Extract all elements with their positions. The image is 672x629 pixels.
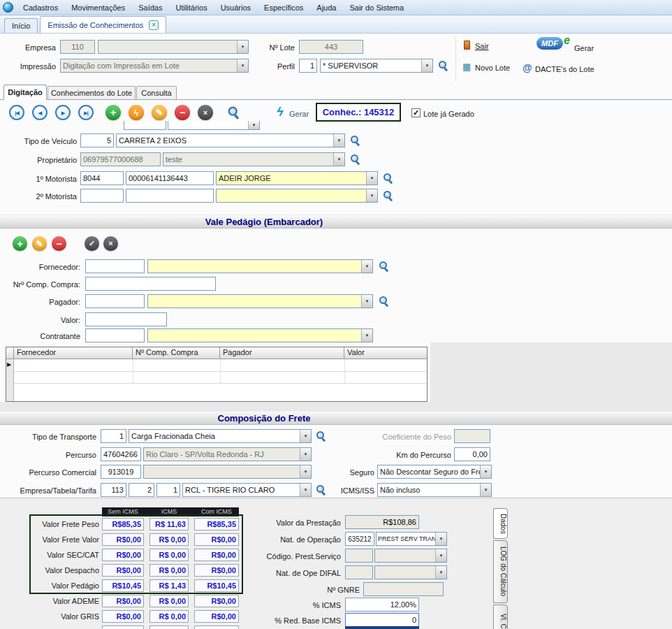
vale-pedagio-grid[interactable]: Fornecedor Nº Comp. Compra Pagador Valor… — [6, 347, 428, 402]
tarifa-combo[interactable]: RCL - TIGRE RIO CLARO▼ — [182, 483, 312, 497]
red-base-icms-field[interactable]: 0 — [345, 613, 419, 627]
novo-lote-button[interactable]: Novo Lote — [475, 63, 524, 73]
tipo-veiculo-search-icon[interactable] — [350, 135, 361, 146]
gerar-button[interactable]: Gerar — [289, 109, 317, 119]
tipo-veiculo-code-field[interactable]: 5 — [80, 133, 114, 147]
dacte-do-lote-button[interactable]: DACTE's do Lote — [535, 64, 605, 74]
grid-col-valor[interactable]: Valor — [344, 347, 427, 359]
side-tab-dados[interactable]: Dados — [493, 508, 508, 539]
percurso-comercial-field[interactable]: 913019 — [101, 465, 141, 479]
menu-item-cadastros[interactable]: Cadastros — [17, 1, 64, 14]
perfil-search-icon[interactable] — [438, 60, 449, 71]
vp-edit-pencil-button[interactable]: ✎ — [32, 236, 47, 251]
empresa-tarifa-field[interactable]: 113 — [101, 483, 126, 497]
percurso-code-field[interactable]: 47604266 — [101, 447, 141, 461]
motorista1-doc-field[interactable]: 00006141136443 — [126, 171, 214, 185]
icms-pct-field[interactable]: 12,00% — [345, 598, 419, 612]
subtab-digitacao[interactable]: Digitação — [3, 85, 47, 100]
dropdown-arrow-icon[interactable]: ▼ — [361, 260, 372, 273]
edit-pencil-button[interactable]: ✎ — [152, 105, 167, 120]
valor-field[interactable] — [85, 312, 167, 326]
perfil-code-field[interactable]: 1 — [299, 59, 317, 73]
search-icon[interactable] — [227, 106, 240, 119]
grid-col-pagador[interactable]: Pagador — [220, 347, 344, 359]
menu-item-ajuda[interactable]: Ajuda — [310, 1, 342, 14]
tipo-veiculo-combo[interactable]: CARRETA 2 EIXOS▼ — [116, 133, 345, 147]
cancel-button[interactable]: × — [198, 105, 213, 120]
vp-cancel-button[interactable]: × — [103, 236, 118, 251]
side-tab-log-do-calculo[interactable]: LOG do Cálculo — [493, 540, 508, 603]
seguro-combo[interactable]: Não Descontar Seguro do Frete P▼ — [377, 465, 492, 479]
dropdown-arrow-icon[interactable]: ▼ — [300, 484, 311, 496]
motorista1-search-icon[interactable] — [383, 173, 394, 184]
nat-operacao-code-field[interactable]: 635212 — [345, 532, 374, 546]
lightning-button[interactable]: ϟ — [129, 105, 144, 120]
dropdown-arrow-icon[interactable]: ▼ — [480, 465, 491, 478]
pagador-combo[interactable]: ▼ — [147, 294, 373, 308]
fornecedor-combo[interactable]: ▼ — [147, 259, 373, 273]
tipo-transporte-combo[interactable]: Carga Fracionada Cheia▼ — [129, 429, 312, 443]
menu-item-saidas[interactable]: Saídas — [132, 1, 168, 14]
comp-compra-field[interactable] — [85, 277, 216, 291]
tabela-field[interactable]: 2 — [129, 483, 154, 497]
row-label: Valor Despacho — [31, 566, 101, 574]
menu-item-especificos[interactable]: Específicos — [258, 1, 309, 14]
close-tab-icon[interactable]: × — [149, 20, 159, 30]
contratante-code-field[interactable] — [85, 328, 145, 342]
header-divider — [455, 36, 456, 81]
mdfe-gerar-button[interactable]: Gerar — [574, 43, 604, 53]
subtab-consulta[interactable]: Consulta — [136, 86, 177, 99]
dropdown-arrow-icon[interactable]: ▼ — [435, 533, 446, 545]
motorista2-doc-field[interactable] — [126, 189, 214, 203]
nav-last-button[interactable]: ▶| — [78, 105, 94, 120]
tab-emissao-de-conhecimentos[interactable]: Emissão de Conhecimentos × — [40, 16, 166, 33]
grid-col-comp-compra[interactable]: Nº Comp. Compra — [133, 347, 220, 359]
dropdown-arrow-icon[interactable]: ▼ — [361, 295, 372, 308]
menu-item-utilitarios[interactable]: Utilitários — [169, 1, 213, 14]
motorista2-code-field[interactable] — [80, 189, 124, 203]
lote-ja-gerado-checkbox[interactable]: ✓ — [411, 108, 421, 117]
tarifa-field[interactable]: 1 — [156, 483, 180, 497]
col-icms: ICMS — [149, 508, 189, 515]
menu-item-usuarios[interactable]: Usuários — [214, 1, 257, 14]
menu-item-sair-do-sistema[interactable]: Sair do Sistema — [343, 1, 410, 14]
tipo-transporte-search-icon[interactable] — [316, 431, 327, 442]
vp-confirm-button[interactable]: ✓ — [85, 236, 99, 251]
grid-col-fornecedor[interactable]: Fornecedor — [14, 347, 133, 359]
delete-button[interactable]: − — [175, 105, 190, 120]
nav-next-button[interactable]: ▶ — [55, 105, 71, 120]
sair-button[interactable]: Sair — [475, 41, 503, 51]
tab-inicio[interactable]: Início — [4, 18, 38, 33]
vp-delete-button[interactable]: − — [52, 236, 66, 251]
dropdown-arrow-icon[interactable]: ▼ — [333, 134, 344, 147]
motorista2-combo[interactable]: ▼ — [216, 189, 378, 203]
vp-add-button[interactable]: + — [13, 236, 27, 251]
row-label: Valor ADEME — [31, 597, 101, 605]
dropdown-arrow-icon[interactable]: ▼ — [300, 430, 311, 442]
dropdown-arrow-icon[interactable]: ▼ — [361, 329, 372, 342]
perfil-combo[interactable]: * SUPERVISOR▼ — [320, 59, 433, 73]
nav-previous-button[interactable]: ◀ — [32, 105, 48, 120]
tipo-transporte-code-field[interactable]: 1 — [101, 429, 126, 443]
dropdown-arrow-icon[interactable]: ▼ — [366, 172, 377, 185]
fornecedor-search-icon[interactable] — [379, 261, 390, 272]
dropdown-arrow-icon[interactable]: ▼ — [480, 484, 491, 496]
icms-iss-combo[interactable]: Não incluso▼ — [377, 483, 492, 497]
menu-item-movimentacoes[interactable]: Movimentações — [65, 1, 131, 14]
pagador-search-icon[interactable] — [379, 296, 390, 307]
pagador-code-field[interactable] — [85, 294, 145, 308]
motorista1-combo[interactable]: ADEIR JORGE▼ — [216, 171, 378, 185]
motorista2-search-icon[interactable] — [383, 190, 394, 201]
add-button[interactable]: + — [105, 105, 121, 120]
motorista1-code-field[interactable]: 8044 — [80, 171, 124, 185]
proprietario-search-icon[interactable] — [350, 154, 361, 165]
subtab-conhecimentos-do-lote[interactable]: Conhecimentos do Lote — [48, 86, 136, 99]
dropdown-arrow-icon[interactable]: ▼ — [366, 189, 377, 202]
km-percurso-field[interactable]: 0,00 — [454, 447, 490, 461]
nav-first-button[interactable]: |◀ — [9, 105, 24, 120]
fornecedor-code-field[interactable] — [85, 259, 145, 273]
side-tab-vl-calc[interactable]: Vl. Calc — [493, 605, 508, 629]
contratante-combo[interactable]: ▼ — [147, 328, 373, 342]
dropdown-arrow-icon[interactable]: ▼ — [421, 59, 432, 72]
nat-operacao-combo[interactable]: PREST SERV TRANSI▼ — [376, 532, 447, 546]
